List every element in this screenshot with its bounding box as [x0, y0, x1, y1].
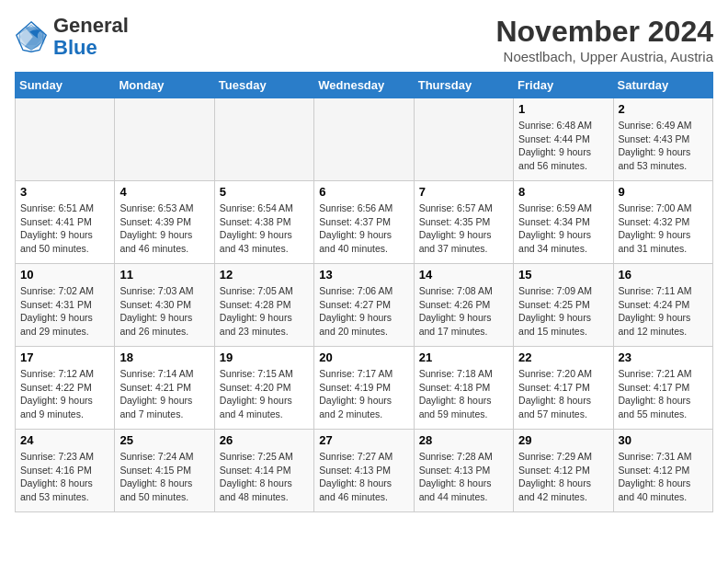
week-row-5: 24Sunrise: 7:23 AMSunset: 4:16 PMDayligh…: [16, 430, 713, 512]
calendar-cell: 20Sunrise: 7:17 AMSunset: 4:19 PMDayligh…: [314, 347, 414, 430]
day-number: 8: [518, 185, 608, 199]
week-row-2: 3Sunrise: 6:51 AMSunset: 4:41 PMDaylight…: [16, 181, 713, 264]
day-number: 3: [20, 185, 109, 199]
calendar-cell: 17Sunrise: 7:12 AMSunset: 4:22 PMDayligh…: [16, 347, 115, 430]
calendar-cell: 4Sunrise: 6:53 AMSunset: 4:39 PMDaylight…: [115, 181, 214, 264]
day-number: 24: [20, 433, 109, 447]
week-row-3: 10Sunrise: 7:02 AMSunset: 4:31 PMDayligh…: [16, 264, 713, 347]
day-info: Sunrise: 7:24 AMSunset: 4:15 PMDaylight:…: [119, 450, 209, 504]
day-info: Sunrise: 6:59 AMSunset: 4:34 PMDaylight:…: [518, 201, 608, 256]
day-number: 12: [220, 268, 309, 282]
calendar-cell: [414, 98, 513, 181]
day-number: 4: [119, 185, 209, 199]
logo-blue: Blue: [53, 36, 97, 59]
day-info: Sunrise: 6:48 AMSunset: 4:44 PMDaylight:…: [518, 119, 608, 173]
day-info: Sunrise: 7:21 AMSunset: 4:17 PMDaylight:…: [619, 367, 708, 421]
calendar-cell: 5Sunrise: 6:54 AMSunset: 4:38 PMDaylight…: [214, 181, 313, 264]
month-title: November 2024: [495, 15, 713, 49]
days-header-row: SundayMondayTuesdayWednesdayThursdayFrid…: [16, 73, 713, 98]
calendar-cell: 25Sunrise: 7:24 AMSunset: 4:15 PMDayligh…: [115, 430, 214, 512]
day-info: Sunrise: 7:11 AMSunset: 4:24 PMDaylight:…: [619, 284, 708, 339]
day-info: Sunrise: 7:25 AMSunset: 4:14 PMDaylight:…: [220, 450, 309, 504]
calendar-table: SundayMondayTuesdayWednesdayThursdayFrid…: [15, 72, 713, 512]
day-number: 27: [319, 433, 408, 447]
title-block: November 2024 Noestlbach, Upper Austria,…: [495, 15, 713, 64]
logo-text: General Blue: [53, 15, 129, 59]
day-number: 2: [619, 102, 708, 116]
day-header-friday: Friday: [514, 73, 613, 98]
calendar-cell: 12Sunrise: 7:05 AMSunset: 4:28 PMDayligh…: [214, 264, 313, 347]
day-header-monday: Monday: [115, 73, 214, 98]
day-number: 7: [419, 185, 508, 199]
day-info: Sunrise: 7:02 AMSunset: 4:31 PMDaylight:…: [20, 284, 109, 339]
calendar-cell: [314, 98, 414, 181]
calendar-cell: 26Sunrise: 7:25 AMSunset: 4:14 PMDayligh…: [214, 430, 313, 512]
day-info: Sunrise: 7:18 AMSunset: 4:18 PMDaylight:…: [419, 367, 508, 421]
day-info: Sunrise: 7:23 AMSunset: 4:16 PMDaylight:…: [20, 450, 109, 504]
day-info: Sunrise: 6:56 AMSunset: 4:37 PMDaylight:…: [319, 201, 408, 256]
day-number: 11: [119, 268, 209, 282]
day-number: 18: [119, 350, 209, 364]
day-info: Sunrise: 6:51 AMSunset: 4:41 PMDaylight:…: [20, 201, 109, 256]
day-info: Sunrise: 7:06 AMSunset: 4:27 PMDaylight:…: [319, 284, 408, 339]
day-number: 28: [419, 433, 508, 447]
calendar-cell: 19Sunrise: 7:15 AMSunset: 4:20 PMDayligh…: [214, 347, 313, 430]
week-row-1: 1Sunrise: 6:48 AMSunset: 4:44 PMDaylight…: [16, 98, 713, 181]
day-info: Sunrise: 6:49 AMSunset: 4:43 PMDaylight:…: [619, 119, 708, 173]
day-info: Sunrise: 7:00 AMSunset: 4:32 PMDaylight:…: [619, 201, 708, 256]
day-number: 5: [220, 185, 309, 199]
location: Noestlbach, Upper Austria, Austria: [495, 49, 713, 64]
day-info: Sunrise: 7:27 AMSunset: 4:13 PMDaylight:…: [319, 450, 408, 504]
calendar-cell: 18Sunrise: 7:14 AMSunset: 4:21 PMDayligh…: [115, 347, 214, 430]
day-info: Sunrise: 7:15 AMSunset: 4:20 PMDaylight:…: [220, 367, 309, 421]
day-info: Sunrise: 7:31 AMSunset: 4:12 PMDaylight:…: [619, 450, 708, 504]
day-info: Sunrise: 6:54 AMSunset: 4:38 PMDaylight:…: [220, 201, 309, 256]
calendar-cell: 27Sunrise: 7:27 AMSunset: 4:13 PMDayligh…: [314, 430, 414, 512]
day-number: 21: [419, 350, 508, 364]
day-info: Sunrise: 7:05 AMSunset: 4:28 PMDaylight:…: [220, 284, 309, 339]
day-number: 19: [220, 350, 309, 364]
calendar-cell: 21Sunrise: 7:18 AMSunset: 4:18 PMDayligh…: [414, 347, 513, 430]
day-number: 30: [619, 433, 708, 447]
calendar-cell: [16, 98, 115, 181]
day-info: Sunrise: 7:08 AMSunset: 4:26 PMDaylight:…: [419, 284, 508, 339]
calendar-cell: 28Sunrise: 7:28 AMSunset: 4:13 PMDayligh…: [414, 430, 513, 512]
logo: General Blue: [15, 15, 129, 59]
calendar-cell: 3Sunrise: 6:51 AMSunset: 4:41 PMDaylight…: [16, 181, 115, 264]
calendar-cell: [214, 98, 313, 181]
day-number: 29: [518, 433, 608, 447]
calendar-cell: 24Sunrise: 7:23 AMSunset: 4:16 PMDayligh…: [16, 430, 115, 512]
day-info: Sunrise: 7:28 AMSunset: 4:13 PMDaylight:…: [419, 450, 508, 504]
logo-general: General: [53, 14, 129, 37]
day-number: 16: [619, 268, 708, 282]
calendar-cell: 9Sunrise: 7:00 AMSunset: 4:32 PMDaylight…: [613, 181, 712, 264]
calendar-cell: 2Sunrise: 6:49 AMSunset: 4:43 PMDaylight…: [613, 98, 712, 181]
day-info: Sunrise: 7:09 AMSunset: 4:25 PMDaylight:…: [518, 284, 608, 339]
calendar-cell: 14Sunrise: 7:08 AMSunset: 4:26 PMDayligh…: [414, 264, 513, 347]
day-number: 22: [518, 350, 608, 364]
day-header-sunday: Sunday: [16, 73, 115, 98]
day-header-saturday: Saturday: [613, 73, 712, 98]
day-info: Sunrise: 6:53 AMSunset: 4:39 PMDaylight:…: [119, 201, 209, 256]
calendar-cell: 11Sunrise: 7:03 AMSunset: 4:30 PMDayligh…: [115, 264, 214, 347]
day-info: Sunrise: 7:29 AMSunset: 4:12 PMDaylight:…: [518, 450, 608, 504]
calendar-cell: 30Sunrise: 7:31 AMSunset: 4:12 PMDayligh…: [613, 430, 712, 512]
day-info: Sunrise: 6:57 AMSunset: 4:35 PMDaylight:…: [419, 201, 508, 256]
day-number: 15: [518, 268, 608, 282]
calendar-cell: 7Sunrise: 6:57 AMSunset: 4:35 PMDaylight…: [414, 181, 513, 264]
day-number: 13: [319, 268, 408, 282]
page-header: General Blue November 2024 Noestlbach, U…: [15, 15, 713, 64]
logo-icon: [15, 20, 48, 53]
day-number: 23: [619, 350, 708, 364]
calendar-cell: 6Sunrise: 6:56 AMSunset: 4:37 PMDaylight…: [314, 181, 414, 264]
calendar-cell: 15Sunrise: 7:09 AMSunset: 4:25 PMDayligh…: [514, 264, 613, 347]
day-info: Sunrise: 7:17 AMSunset: 4:19 PMDaylight:…: [319, 367, 408, 421]
day-number: 20: [319, 350, 408, 364]
day-number: 9: [619, 185, 708, 199]
day-number: 17: [20, 350, 109, 364]
calendar-cell: 10Sunrise: 7:02 AMSunset: 4:31 PMDayligh…: [16, 264, 115, 347]
day-info: Sunrise: 7:20 AMSunset: 4:17 PMDaylight:…: [518, 367, 608, 421]
day-header-wednesday: Wednesday: [314, 73, 414, 98]
day-number: 1: [518, 102, 608, 116]
calendar-cell: [115, 98, 214, 181]
